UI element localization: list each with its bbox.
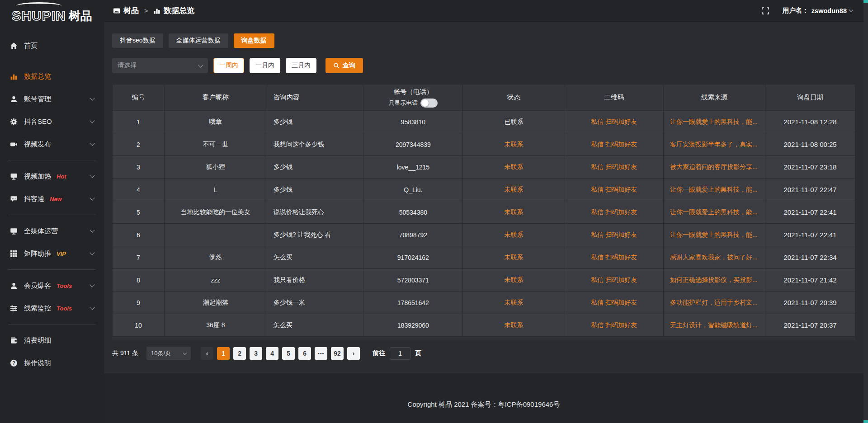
- source-link[interactable]: 让你一眼就爱上的黑科技，能...: [664, 224, 765, 246]
- main-column: 树品 > 数据总览 用户名：zswodun88 抖音seo数据 全媒体运营数据 …: [104, 0, 863, 423]
- nickname-cell: 觉然: [165, 246, 267, 269]
- hot-badge: Hot: [57, 173, 66, 180]
- tab-douyin-seo-data[interactable]: 抖音seo数据: [112, 33, 163, 48]
- row-id-cell: 8: [113, 269, 165, 291]
- sidebar-item-all-media[interactable]: 全媒体运营: [0, 220, 104, 242]
- row-id-cell: 6: [113, 224, 165, 246]
- qr-link[interactable]: 私信 扫码加好友: [565, 224, 664, 246]
- source-link[interactable]: 感谢大家喜欢我家，被问了好...: [664, 246, 765, 269]
- content-cell: 多少钱: [267, 111, 363, 133]
- account-cell: 917024162: [363, 246, 463, 269]
- search-button[interactable]: 查询: [326, 58, 363, 73]
- photo-icon: [113, 7, 120, 14]
- pagination-page-2[interactable]: 2: [233, 347, 246, 360]
- chevron-down-icon: [90, 282, 94, 287]
- page-scrollbar[interactable]: [863, 0, 868, 423]
- source-link[interactable]: 多功能护栏灯，适用于乡村文...: [664, 291, 765, 314]
- sidebar-item-video-heat[interactable]: 视频加热 Hot: [0, 165, 104, 188]
- select-placeholder: 请选择: [118, 61, 137, 70]
- date-cell: 2021-11-07 22:34: [765, 246, 855, 269]
- home-icon: [10, 42, 18, 50]
- account-cell: 50534380: [363, 201, 463, 224]
- status-cell: 未联系: [463, 156, 565, 179]
- user-menu[interactable]: 用户名：zswodun88: [783, 6, 853, 15]
- tab-inquiry-data[interactable]: 询盘数据: [234, 33, 274, 48]
- logo-arc-decoration: [16, 2, 61, 9]
- sidebar-item-video-publish[interactable]: 视频发布: [0, 133, 104, 155]
- tab-all-media-data[interactable]: 全媒体运营数据: [169, 33, 228, 48]
- qr-link[interactable]: 私信 扫码加好友: [565, 156, 664, 179]
- qr-link[interactable]: 私信 扫码加好友: [565, 314, 664, 337]
- qr-link[interactable]: 私信 扫码加好友: [565, 291, 664, 314]
- sidebar-item-instructions[interactable]: ? 操作说明: [0, 352, 104, 374]
- pagination-page-92[interactable]: 92: [331, 347, 344, 360]
- sidebar-item-douketong[interactable]: 抖客通 New: [0, 188, 104, 210]
- nickname-cell: 哦章: [165, 111, 267, 133]
- source-link[interactable]: 让你一眼就爱上的黑科技，能...: [664, 111, 765, 133]
- sidebar-item-label: 消费明细: [24, 336, 51, 345]
- svg-text:?: ?: [12, 361, 15, 366]
- goto-unit: 页: [415, 349, 421, 357]
- chat-bubble-icon: [10, 195, 18, 203]
- pagination-page-4[interactable]: 4: [266, 347, 278, 360]
- goto-page-input[interactable]: [390, 347, 410, 360]
- chevron-down-icon: [90, 118, 94, 123]
- sidebar-item-consumption-details[interactable]: 消费明细: [0, 329, 104, 352]
- sidebar-divider: [8, 160, 96, 160]
- sidebar-item-data-overview[interactable]: 数据总览: [0, 65, 104, 88]
- sidebar-nav: 首页 数据总览 账号管理 抖音SEO 视频发布: [0, 31, 104, 423]
- sidebar-item-label: 视频发布: [24, 140, 51, 149]
- pagination-next-button[interactable]: ›: [347, 347, 360, 360]
- pagination-page-5[interactable]: 5: [282, 347, 295, 360]
- source-link[interactable]: 让你一眼就爱上的黑科技，能...: [664, 179, 765, 201]
- chevron-down-icon: [849, 8, 854, 12]
- row-id-cell: 7: [113, 246, 165, 269]
- fullscreen-icon[interactable]: [762, 7, 769, 14]
- phone-only-toggle[interactable]: [420, 99, 438, 108]
- nickname-cell: L: [165, 179, 267, 201]
- new-badge: New: [50, 196, 62, 202]
- sidebar-item-matrix-boost[interactable]: 矩阵助推 VIP: [0, 242, 104, 265]
- sidebar-item-lead-monitor[interactable]: 线索监控 Tools: [0, 297, 104, 320]
- breadcrumb-root[interactable]: 树品: [123, 5, 139, 16]
- sidebar-item-home[interactable]: 首页: [0, 34, 104, 57]
- source-link[interactable]: 如何正确选择投影仪，买投影...: [664, 269, 765, 291]
- range-week-button[interactable]: 一周内: [213, 58, 244, 73]
- qr-link[interactable]: 私信 扫码加好友: [565, 133, 664, 156]
- pagination-page-6[interactable]: 6: [298, 347, 311, 360]
- chevron-down-icon: [90, 250, 94, 255]
- pagination-page-3[interactable]: 3: [250, 347, 262, 360]
- inquiry-table: 编号 客户昵称 咨询内容 帐号（电话） 只显示电话 状态: [112, 84, 855, 337]
- pagination-page-1[interactable]: 1: [217, 347, 230, 360]
- qr-link[interactable]: 私信 扫码加好友: [565, 111, 664, 133]
- col-header-nickname: 客户昵称: [165, 85, 267, 111]
- pagination-prev-button[interactable]: ‹: [201, 347, 213, 360]
- source-link[interactable]: 让你一眼就爱上的黑科技，能...: [664, 201, 765, 224]
- row-id-cell: 2: [113, 133, 165, 156]
- nickname-cell: 狐小狸: [165, 156, 267, 179]
- date-cell: 2021-11-07 21:42: [765, 269, 855, 291]
- copyright-text: Copyright 树品 2021 备案号：粤ICP备09019646号: [408, 400, 560, 409]
- sidebar-item-label: 首页: [24, 42, 38, 50]
- sidebar-item-douyin-seo[interactable]: 抖音SEO: [0, 110, 104, 133]
- sidebar-item-member-baoke[interactable]: 会员爆客 Tools: [0, 274, 104, 297]
- sidebar-item-account-management[interactable]: 账号管理: [0, 88, 104, 110]
- source-link[interactable]: 被大家追着问的客厅投影分享...: [664, 156, 765, 179]
- sidebar-divider: [8, 269, 96, 270]
- qr-link[interactable]: 私信 扫码加好友: [565, 269, 664, 291]
- page-size-select[interactable]: 10条/页: [146, 347, 191, 360]
- qr-link[interactable]: 私信 扫码加好友: [565, 246, 664, 269]
- range-quarter-button[interactable]: 三月内: [286, 58, 316, 73]
- source-link[interactable]: 无主灯设计，智能磁吸轨道灯...: [664, 314, 765, 337]
- nickname-cell: zzz: [165, 269, 267, 291]
- qr-link[interactable]: 私信 扫码加好友: [565, 179, 664, 201]
- qr-link[interactable]: 私信 扫码加好友: [565, 201, 664, 224]
- range-month-button[interactable]: 一月内: [250, 58, 280, 73]
- tools-badge: Tools: [57, 305, 72, 312]
- date-cell: 2021-11-07 23:18: [765, 156, 855, 179]
- pagination-ellipsis[interactable]: •••: [315, 347, 327, 360]
- account-select[interactable]: 请选择: [112, 58, 208, 73]
- source-link[interactable]: 客厅安装投影半年多了，真实...: [664, 133, 765, 156]
- status-cell: 未联系: [463, 201, 565, 224]
- total-count: 共 911 条: [112, 349, 138, 357]
